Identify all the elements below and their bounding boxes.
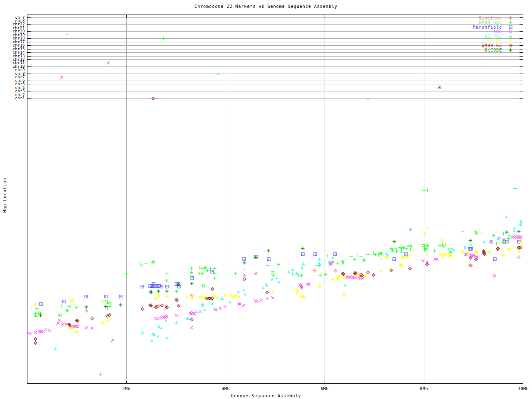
- data-point-genethon: [85, 309, 89, 313]
- data-point-wi-yac: [242, 288, 246, 292]
- axis-tick-left: [27, 49, 31, 49]
- data-point-marshfield: [119, 295, 123, 298]
- chromosome-line: [27, 52, 523, 53]
- data-point-gm99-gb4: [495, 242, 498, 246]
- data-point-gm99-gb4: [426, 188, 429, 192]
- data-point-gm99-gb4: [266, 264, 270, 267]
- chromosome-line: [27, 77, 523, 77]
- data-point-gm99-g3: [149, 303, 153, 307]
- data-point-wi-yac: [160, 326, 163, 330]
- data-point-tng: [60, 75, 64, 79]
- data-point-wi-yac: [519, 223, 523, 227]
- data-point-gm99-gb4: [30, 307, 34, 311]
- legend-label: WI YAC: [436, 34, 502, 39]
- chromosome-line: [27, 66, 523, 67]
- x-tick-label: 6Mb: [312, 387, 337, 391]
- data-point-gm99-gb4: [433, 249, 437, 253]
- data-point-gm99-gb4: [175, 290, 178, 293]
- legend-marker-tng: [509, 30, 512, 34]
- data-point-gm99-g3: [517, 246, 521, 250]
- data-point-wi-rh: [475, 251, 478, 254]
- data-point-gm99-gb4: [34, 315, 38, 318]
- data-point-decode: [165, 289, 169, 293]
- data-point-marshfield: [313, 252, 317, 256]
- data-point-gm99-gb4: [277, 263, 281, 266]
- axis-tick-left: [27, 84, 31, 84]
- data-point-tng: [34, 330, 37, 334]
- axis-tick-right: [520, 31, 523, 32]
- data-point-wi-yac: [275, 276, 279, 280]
- data-point-gm99-gb4: [343, 283, 347, 287]
- data-point-gm99-gb4: [59, 304, 63, 308]
- data-point-tng: [435, 257, 439, 261]
- data-point-tng: [90, 326, 94, 330]
- data-point-gm99-g3: [165, 305, 169, 309]
- axis-tick-right: [520, 91, 523, 91]
- data-point-marshfield: [392, 257, 396, 261]
- data-point-wi-rh: [71, 299, 74, 303]
- data-point-gm99-g3: [372, 273, 375, 277]
- data-point-gm99-gb4: [409, 228, 412, 232]
- axis-tick-left: [27, 95, 31, 95]
- chromosome-line: [27, 91, 523, 91]
- data-point-gm99-gb4: [66, 309, 69, 313]
- data-point-wi-rh: [231, 296, 235, 299]
- data-point-wi-yac: [270, 277, 274, 281]
- data-point-wi-yac: [463, 246, 467, 249]
- data-point-gm99-gb4: [99, 372, 102, 376]
- data-point-wi-yac: [228, 300, 232, 304]
- data-point-gm99-g3: [483, 252, 486, 256]
- data-point-gm99-gb4: [242, 267, 246, 271]
- axis-tick-left: [27, 74, 31, 74]
- data-point-decode: [254, 256, 258, 259]
- axis-tick-left: [27, 56, 31, 57]
- data-point-tng: [218, 306, 222, 310]
- data-point-decode: [267, 249, 271, 253]
- data-point-wi-rh: [385, 255, 389, 259]
- data-point-wi-rh: [165, 295, 169, 298]
- data-point-wi-rh: [190, 296, 194, 300]
- x-tick-label: 4Mb: [213, 387, 238, 391]
- data-point-decode: [301, 246, 305, 250]
- data-point-wi-yac: [243, 292, 247, 296]
- data-point-gm99-gb4: [165, 272, 169, 276]
- x-tick-label: 8Mb: [411, 387, 436, 391]
- data-point-gm99-gb4: [75, 305, 79, 309]
- axis-tick-left: [27, 28, 31, 28]
- legend-marker-decode: [509, 48, 512, 52]
- data-point-marshfield: [165, 285, 169, 288]
- axis-tick-top: [126, 15, 127, 17]
- grid-line-x: [126, 15, 127, 383]
- data-point-tng: [255, 300, 259, 303]
- data-point-gm99-gb4: [234, 271, 237, 275]
- data-point-wi-yac: [328, 259, 332, 263]
- data-point-tng: [56, 321, 60, 325]
- data-point-wi-yac: [297, 273, 300, 277]
- data-point-wi-yac: [221, 297, 224, 300]
- data-point-wi-yac: [54, 347, 57, 350]
- chromosome-line: [27, 63, 523, 63]
- x-tick-label: 10Mb: [511, 387, 532, 391]
- data-point-wi-yac: [165, 336, 169, 340]
- data-point-gm99-g3: [438, 86, 441, 89]
- axis-tick-left: [27, 21, 31, 21]
- data-point-wi-yac: [175, 320, 178, 324]
- legend-marker-genethon: [509, 16, 512, 20]
- data-point-wi-rh: [423, 232, 426, 236]
- data-point-wi-yac: [366, 96, 370, 100]
- data-point-gm99-gb4: [462, 230, 466, 234]
- data-point-wi-yac: [156, 334, 160, 338]
- data-point-marshfield: [267, 257, 271, 261]
- axis-tick-right: [520, 24, 523, 25]
- data-point-gm99-g3: [211, 287, 214, 291]
- legend-marker-gm99-g3: [509, 44, 512, 47]
- axis-tick-right: [520, 70, 523, 70]
- axis-tick-left: [27, 42, 31, 42]
- data-point-gm99-gb4: [325, 254, 329, 258]
- data-point-wi-rh: [106, 318, 109, 322]
- grid-line-x: [325, 15, 325, 383]
- chromosome-line: [27, 59, 523, 60]
- data-point-wi-yac: [505, 215, 508, 219]
- grid-line-x: [424, 15, 424, 383]
- axis-tick-right: [520, 98, 523, 99]
